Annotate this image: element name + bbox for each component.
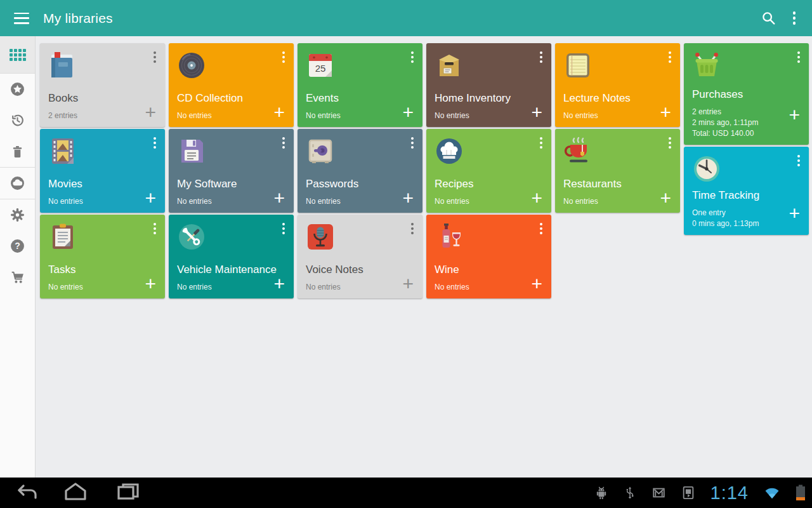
sidebar-item-recent[interactable] <box>0 105 35 136</box>
card-menu-icon[interactable] <box>276 219 291 238</box>
card-title: Books <box>48 92 137 105</box>
cards-column: Purchases 2 entries 2 mins ago, 1:11pm T… <box>684 43 809 298</box>
overflow-menu-icon[interactable] <box>787 8 802 29</box>
card-title: CD Collection <box>177 92 266 105</box>
add-entry-button[interactable]: + <box>656 99 675 126</box>
card-menu-icon[interactable] <box>534 133 549 152</box>
menu-icon[interactable] <box>14 13 29 24</box>
sidebar-item-settings[interactable] <box>0 199 35 231</box>
add-entry-button[interactable]: + <box>270 185 289 211</box>
sidebar-item-trash[interactable] <box>0 136 35 167</box>
library-card-lecture-notes[interactable]: Lecture Notes No entries + <box>555 43 680 127</box>
sidebar-item-help[interactable]: ? <box>0 231 35 262</box>
card-menu-icon[interactable] <box>662 133 678 152</box>
library-card-passwords[interactable]: Passwords No entries + <box>298 129 422 213</box>
add-entry-button[interactable]: + <box>527 271 546 297</box>
card-entries: No entries <box>177 110 266 121</box>
card-menu-icon[interactable] <box>405 219 420 238</box>
card-menu-icon[interactable] <box>276 133 291 152</box>
library-card-time-tracking[interactable]: Time Tracking One entry 0 mins ago, 1:13… <box>684 147 809 235</box>
card-menu-icon[interactable] <box>405 48 420 67</box>
library-card-movies[interactable]: Movies No entries + <box>40 129 165 213</box>
library-card-home-inventory[interactable]: Home Inventory No entries + <box>426 43 551 127</box>
library-card-my-software[interactable]: My Software No entries + <box>169 129 294 213</box>
home-icon <box>63 482 88 501</box>
add-entry-button[interactable]: + <box>141 271 160 297</box>
libraries-grid-icon <box>10 49 26 61</box>
shopping-cart-icon <box>10 269 25 285</box>
card-entries: No entries <box>48 196 137 207</box>
library-card-restaurants[interactable]: Restaurants No entries + <box>555 129 680 213</box>
tea-cup-icon <box>563 136 593 166</box>
sidebar-item-libraries[interactable] <box>0 36 35 73</box>
back-button[interactable] <box>14 482 39 503</box>
page-title: My libraries <box>43 11 113 26</box>
sidebar-item-starred[interactable] <box>0 74 35 105</box>
card-title: Vehicle Maintenance <box>177 264 266 276</box>
card-entries: No entries <box>306 110 395 121</box>
vinyl-record-icon <box>176 50 207 81</box>
cards-column: 25 Events No entries + <box>298 43 422 298</box>
book-icon <box>48 50 78 81</box>
add-entry-button[interactable]: + <box>398 99 417 126</box>
library-card-vehicle-maintenance[interactable]: Vehicle Maintenance No entries + <box>169 215 294 298</box>
home-button[interactable] <box>63 482 88 503</box>
add-entry-button[interactable]: + <box>398 271 417 297</box>
card-menu-icon[interactable] <box>662 48 678 67</box>
card-entries: No entries <box>48 282 137 293</box>
library-card-cd-collection[interactable]: CD Collection No entries + <box>169 43 294 127</box>
card-title: Wine <box>435 264 523 276</box>
library-card-wine[interactable]: Wine No entries + <box>426 215 551 298</box>
card-menu-icon[interactable] <box>534 48 549 67</box>
card-last-entry-time: 2 mins ago, 1:11pm <box>692 117 781 128</box>
card-menu-icon[interactable] <box>276 48 291 67</box>
sidebar-item-cloud[interactable] <box>0 168 35 199</box>
search-icon[interactable] <box>756 5 782 31</box>
card-menu-icon[interactable] <box>791 48 806 67</box>
back-icon <box>14 482 39 501</box>
card-menu-icon[interactable] <box>405 133 420 152</box>
add-entry-button[interactable]: + <box>270 99 289 126</box>
card-title: My Software <box>177 178 266 190</box>
status-icons: 1:14 <box>594 478 806 508</box>
safe-icon <box>305 136 336 166</box>
library-card-tasks[interactable]: Tasks No entries + <box>40 215 165 298</box>
history-icon <box>10 112 25 128</box>
card-total: Total: USD 140.00 <box>692 128 781 139</box>
microphone-icon <box>305 222 336 252</box>
card-entries: No entries <box>435 110 523 121</box>
usb-connected-icon <box>624 485 636 500</box>
notepad-icon <box>563 50 593 81</box>
add-entry-button[interactable]: + <box>656 185 675 211</box>
add-entry-button[interactable]: + <box>527 185 546 211</box>
svg-text:25: 25 <box>315 63 326 74</box>
add-entry-button[interactable]: + <box>398 185 417 211</box>
card-entries: No entries <box>306 196 395 207</box>
recents-button[interactable] <box>115 482 141 503</box>
add-entry-button[interactable]: + <box>270 271 289 297</box>
card-entries: No entries <box>563 196 652 207</box>
add-entry-button[interactable]: + <box>785 102 804 128</box>
add-entry-button[interactable]: + <box>785 200 804 227</box>
card-entries: No entries <box>563 110 652 121</box>
sidebar-item-shop[interactable] <box>0 262 35 293</box>
library-card-voice-notes[interactable]: Voice Notes No entries + <box>298 215 422 298</box>
cards-column: Books 2 entries + Movies <box>40 43 165 298</box>
add-entry-button[interactable]: + <box>141 185 160 211</box>
trash-icon <box>10 144 25 159</box>
library-card-books[interactable]: Books 2 entries + <box>40 43 165 127</box>
library-card-events[interactable]: 25 Events No entries + <box>298 43 422 127</box>
library-card-recipes[interactable]: Recipes No entries + <box>426 129 551 213</box>
card-menu-icon[interactable] <box>147 48 162 67</box>
add-entry-button[interactable]: + <box>527 99 546 126</box>
add-entry-button[interactable]: + <box>141 99 160 126</box>
cardboard-box-icon <box>434 50 464 81</box>
library-card-purchases[interactable]: Purchases 2 entries 2 mins ago, 1:11pm T… <box>684 43 809 145</box>
card-entries: No entries <box>306 282 395 293</box>
cards-column: Home Inventory No entries + <box>426 43 551 298</box>
card-menu-icon[interactable] <box>147 219 162 238</box>
card-menu-icon[interactable] <box>147 133 162 152</box>
card-menu-icon[interactable] <box>791 151 806 170</box>
card-last-entry-time: 0 mins ago, 1:13pm <box>692 218 781 229</box>
card-menu-icon[interactable] <box>534 219 549 238</box>
